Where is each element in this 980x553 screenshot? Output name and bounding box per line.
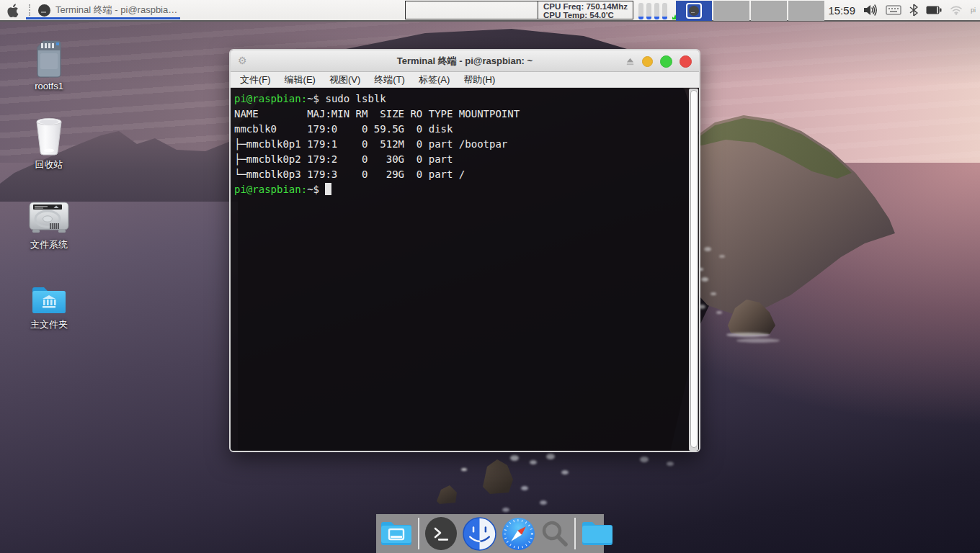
file-manager-icon — [380, 520, 413, 547]
prompt-user-host: pi@raspbian: — [234, 93, 307, 104]
terminal-prompt-line: pi@raspbian:~$ — [234, 182, 685, 197]
terminal-menubar: 文件(F) 编辑(E) 视图(V) 终端(T) 标签(A) 帮助(H) — [231, 72, 699, 88]
volume-icon[interactable] — [863, 4, 878, 16]
window-titlebar[interactable]: ⚙ Terminal 终端 - pi@raspbian: ~ — [231, 50, 699, 72]
desktop-icon-label: 文件系统 — [30, 238, 68, 251]
terminal-mini-icon — [689, 6, 699, 16]
desktop-icon-label: 回收站 — [35, 158, 63, 171]
shade-window-icon[interactable] — [625, 57, 635, 66]
desktop-icon-rootfs1[interactable]: rootfs1 — [10, 37, 88, 91]
menu-file[interactable]: 文件(F) — [240, 73, 271, 86]
system-tray: 15:59 pi — [828, 0, 976, 20]
wallpaper-surf-foam — [726, 333, 770, 337]
window-controls — [625, 50, 692, 72]
taskbar-active-window[interactable]: Terminal 终端 - pi@raspbia… — [26, 0, 180, 20]
dock-item-finder[interactable] — [463, 517, 496, 551]
dock-item-terminal[interactable] — [424, 516, 458, 551]
command-text: sudo lsblk — [325, 93, 386, 104]
panel-grip — [29, 4, 33, 16]
desktop-icon-trash[interactable]: 回收站 — [10, 115, 88, 171]
workspace-1[interactable] — [676, 1, 712, 21]
terminal-output-line: ├─mmcblk0p1 179:1 0 512M 0 part /bootpar — [234, 137, 685, 152]
keyboard-icon[interactable] — [886, 4, 901, 16]
workspace-window-thumb — [686, 3, 702, 19]
battery-icon[interactable] — [926, 5, 942, 15]
gear-icon[interactable]: ⚙ — [238, 55, 247, 66]
task-window-label[interactable]: Terminal 终端 - pi@raspbia… — [55, 4, 177, 17]
trash-icon — [33, 115, 65, 156]
terminal-text: pi@raspbian:~$ sudo lsblk NAME MAJ:MIN R… — [231, 88, 699, 197]
dock-separator — [574, 518, 576, 549]
cpu-temp-text: CPU Temp: 54.0'C — [543, 11, 628, 19]
terminal-output-line: mmcblk0 179:0 0 59.5G 0 disk — [234, 122, 685, 137]
user-badge: pi — [971, 6, 976, 14]
terminal-content[interactable]: pi@raspbian:~$ sudo lsblk NAME MAJ:MIN R… — [231, 88, 699, 451]
finder-icon — [463, 517, 496, 551]
terminal-scrollbar[interactable] — [689, 89, 698, 451]
terminal-output-line: └─mmcblk0p3 179:3 0 29G 0 part / — [234, 167, 685, 182]
workspace-4[interactable] — [788, 1, 824, 21]
cpu-meter-bar — [662, 3, 667, 19]
desktop-icon-filesystem[interactable]: 文件系统 — [10, 195, 88, 251]
cpu-meter-bar — [646, 3, 651, 19]
workspace-3[interactable] — [751, 1, 787, 21]
terminal-window: ⚙ Terminal 终端 - pi@raspbian: ~ 文件(F) 编辑(… — [229, 49, 700, 452]
workspace-2[interactable] — [713, 1, 749, 21]
desktop-screen: Terminal 终端 - pi@raspbia… CPU Freq: 750.… — [0, 0, 980, 553]
menu-edit[interactable]: 编辑(E) — [285, 73, 316, 86]
hard-drive-icon — [28, 195, 70, 235]
clock[interactable]: 15:59 — [828, 4, 855, 17]
dock-item-search[interactable] — [540, 519, 569, 548]
cpu-meter-bar — [638, 3, 643, 19]
terminal-output-line: ├─mmcblk0p2 179:2 0 30G 0 part — [234, 152, 685, 167]
prompt-user-host: pi@raspbian: — [234, 184, 307, 195]
wifi-icon[interactable] — [950, 5, 963, 15]
minimize-button[interactable] — [642, 56, 653, 67]
dock-item-safari[interactable] — [502, 517, 535, 551]
menu-tabs[interactable]: 标签(A) — [419, 73, 450, 86]
top-panel: Terminal 终端 - pi@raspbia… CPU Freq: 750.… — [0, 0, 980, 22]
dock-separator — [418, 518, 419, 549]
prompt-path: ~$ — [307, 184, 325, 195]
menu-terminal[interactable]: 终端(T) — [374, 73, 405, 86]
terminal-task-icon — [38, 4, 50, 17]
cpu-meter-bar — [654, 3, 659, 19]
workspace-pager — [676, 1, 824, 21]
scrollbar-thumb[interactable] — [690, 90, 698, 448]
bluetooth-icon[interactable] — [909, 4, 918, 17]
panel-empty-slot — [406, 1, 538, 19]
cpu-status-readout: CPU Freq: 750.14Mhz CPU Temp: 54.0'C — [538, 1, 633, 19]
terminal-icon — [424, 516, 458, 551]
desktop-icon-label: rootfs1 — [35, 81, 63, 91]
search-icon — [540, 519, 569, 548]
dock — [376, 514, 604, 553]
menu-help[interactable]: 帮助(H) — [463, 73, 495, 86]
desktop-icon-label: 主文件夹 — [30, 318, 68, 331]
dock-item-folder[interactable] — [581, 520, 614, 547]
home-folder-icon — [30, 275, 68, 315]
text-cursor — [325, 183, 331, 195]
desktop-icon-home-folder[interactable]: 主文件夹 — [10, 275, 88, 331]
sd-card-icon — [35, 37, 63, 78]
dock-item-file-manager[interactable] — [380, 520, 413, 547]
maximize-button[interactable] — [660, 55, 672, 68]
terminal-output-line: NAME MAJ:MIN RM SIZE RO TYPE MOUNTPOINT — [234, 107, 685, 122]
desktop-icon-column: rootfs1 回收站 — [10, 37, 88, 331]
terminal-prompt-line: pi@raspbian:~$ sudo lsblk — [234, 91, 685, 107]
folder-icon — [581, 520, 614, 547]
apple-menu-icon[interactable] — [7, 4, 19, 18]
close-button[interactable] — [680, 55, 692, 68]
prompt-path: ~$ — [307, 93, 325, 104]
wallpaper-surf-foam — [461, 468, 467, 471]
menu-view[interactable]: 视图(V) — [329, 73, 360, 86]
safari-icon — [502, 517, 535, 551]
cpu-freq-text: CPU Freq: 750.14Mhz — [543, 2, 628, 11]
panel-plugin-box: CPU Freq: 750.14Mhz CPU Temp: 54.0'C — [405, 1, 633, 19]
